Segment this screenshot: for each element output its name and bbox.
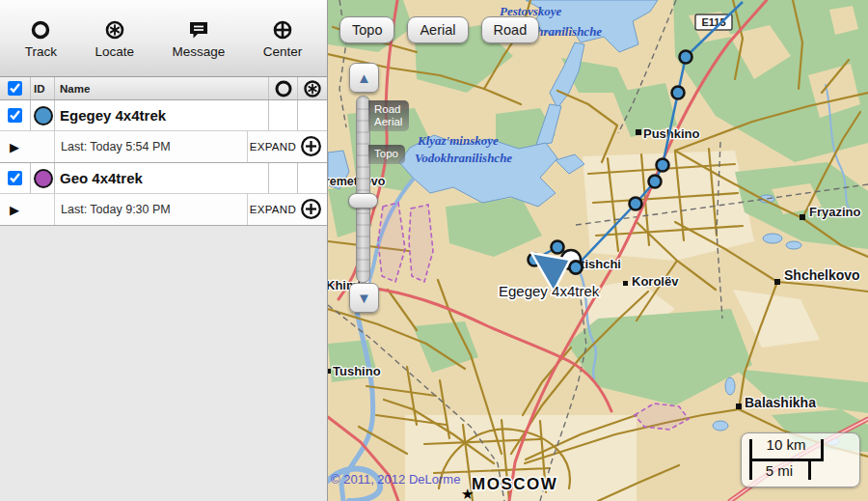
message-button[interactable]: Message: [172, 18, 225, 59]
scale-mi-tick: [808, 459, 811, 480]
zoom-label-road: Road: [374, 103, 402, 116]
map-scale: 10 km 5 mi: [741, 432, 860, 487]
scale-km-label: 10 km: [755, 436, 817, 453]
road-button[interactable]: Road: [481, 16, 540, 43]
track-column-icon[interactable]: [269, 77, 298, 99]
expand-plus-icon: [300, 198, 322, 222]
center-button-label: Center: [263, 44, 303, 59]
scale-mi-label: 5 mi: [755, 462, 803, 479]
map-type-buttons: Topo Aerial Road: [339, 16, 539, 43]
locate-button[interactable]: Locate: [95, 18, 134, 59]
zoom-level-label-topo: Topo: [368, 145, 405, 164]
locate-icon: [103, 18, 126, 42]
tracker-detail-row: ▶ Last: Today 9:30 PM EXPAND: [0, 194, 327, 226]
label-klyazminskoye-line2: Vodokhranilishche: [415, 151, 512, 165]
expand-label: EXPAND: [250, 141, 296, 153]
select-all-checkbox[interactable]: [8, 81, 22, 96]
aerial-button[interactable]: Aerial: [407, 16, 468, 43]
scale-km-tick: [821, 439, 824, 461]
label-balashikha: Balashikha: [745, 395, 816, 410]
tracker-id-dot: [34, 169, 53, 188]
track-point[interactable]: [657, 159, 669, 172]
table-header: ID Name: [0, 77, 327, 100]
scale-baseline: [749, 459, 824, 461]
copyright-text: © 2011, 2012 DeLorme: [331, 472, 460, 487]
topo-button[interactable]: Topo: [339, 16, 394, 43]
label-klyazminskoye-line1: Klyaz'minskoye: [417, 133, 499, 148]
tracker-name: Egegey 4x4trek: [55, 100, 269, 130]
tracker-detail-row: ▶ Last: Today 5:54 PM EXPAND: [0, 131, 327, 163]
tracker-row[interactable]: Egegey 4x4trek: [0, 100, 327, 131]
tracker-row[interactable]: Geo 4x4trek: [0, 163, 327, 194]
track-point[interactable]: [672, 87, 685, 99]
tracking-app: Track Locate: [0, 0, 868, 501]
track-point[interactable]: [680, 51, 692, 64]
label-korolev: Korolëv: [632, 274, 679, 289]
message-button-label: Message: [172, 44, 225, 59]
tracker-checkbox[interactable]: [8, 171, 22, 185]
label-fryazino: Fryazino: [809, 205, 861, 219]
expand-arrow-icon[interactable]: ▶: [0, 194, 55, 225]
tracker-table: ID Name: [0, 77, 327, 226]
track-point[interactable]: [649, 176, 662, 188]
zoom-in-button[interactable]: ▲: [349, 63, 379, 93]
center-crosshair-icon: [271, 18, 294, 42]
moscow-star-icon: ★: [461, 486, 474, 501]
label-tushino: Tushino: [333, 364, 381, 378]
sidebar: Track Locate: [0, 0, 328, 501]
expand-arrow-icon[interactable]: ▶: [0, 131, 55, 162]
zoom-out-button[interactable]: ▼: [349, 283, 379, 313]
expand-label: EXPAND: [250, 204, 296, 215]
center-button[interactable]: Center: [263, 18, 303, 59]
expand-button[interactable]: EXPAND: [248, 194, 327, 225]
chevron-down-icon: ▼: [357, 290, 371, 306]
map-image[interactable]: E115 Pestovskoye Vodokhranilishche Klyaz…: [328, 0, 868, 501]
message-icon: [186, 18, 211, 42]
name-column-header: Name: [55, 77, 269, 99]
zoom-label-aerial: Aerial: [374, 116, 402, 128]
tracker-map-label: Egegey 4x4trek: [499, 283, 600, 299]
track-point[interactable]: [552, 241, 564, 254]
expand-button[interactable]: EXPAND: [248, 131, 327, 162]
expand-plus-icon: [300, 135, 322, 159]
label-moscow: MOSCOW: [472, 475, 557, 493]
last-report-time: Last: Today 5:54 PM: [55, 131, 248, 162]
zoom-slider-thumb[interactable]: [348, 193, 378, 209]
track-button[interactable]: Track: [25, 18, 57, 59]
tracker-checkbox[interactable]: [8, 108, 22, 123]
toolbar: Track Locate: [0, 0, 327, 77]
id-column-header: ID: [31, 77, 55, 99]
locate-button-label: Locate: [95, 44, 134, 59]
label-shchelkovo: Shchelkovo: [784, 267, 860, 283]
last-report-time: Last: Today 9:30 PM: [55, 194, 248, 225]
chevron-up-icon: ▲: [357, 70, 371, 86]
locate-column-icon[interactable]: [298, 77, 327, 99]
track-point[interactable]: [630, 198, 642, 210]
track-button-label: Track: [25, 44, 57, 59]
tracker-id-dot: [34, 106, 53, 125]
track-icon: [29, 18, 52, 42]
map-canvas[interactable]: E115 Pestovskoye Vodokhranilishche Klyaz…: [328, 0, 868, 501]
zoom-level-label-road-aerial: Road Aerial: [368, 100, 409, 131]
tracker-name: Geo 4x4trek: [55, 163, 269, 193]
track-last-point[interactable]: [570, 262, 583, 274]
